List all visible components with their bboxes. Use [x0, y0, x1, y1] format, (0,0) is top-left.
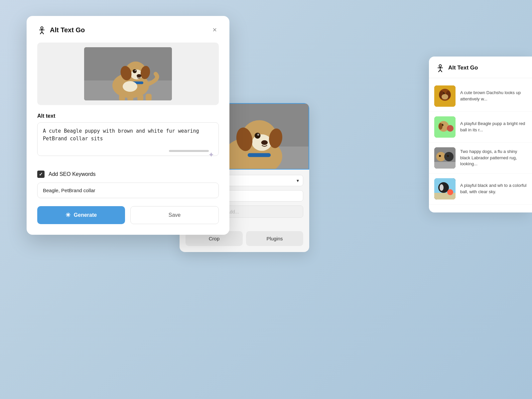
- history-item-1[interactable]: A playful Beagle pupp a bright red ball …: [429, 112, 532, 143]
- check-mark: ✓: [39, 172, 43, 177]
- close-button[interactable]: ×: [210, 26, 219, 34]
- history-list: A cute brown Dachshu looks up attentivel…: [429, 78, 532, 207]
- svg-point-57: [440, 184, 444, 191]
- svg-point-12: [133, 69, 137, 73]
- svg-point-13: [135, 70, 136, 71]
- svg-point-58: [447, 189, 453, 195]
- history-item-2[interactable]: Two happy dogs, a flu a shiny black Labr…: [429, 143, 532, 174]
- history-thumb-0: [434, 85, 456, 107]
- modal-header: Alt Text Go ×: [37, 25, 219, 35]
- svg-point-20: [123, 81, 137, 92]
- svg-point-42: [442, 94, 448, 99]
- history-text-0: A cute brown Dachshu looks up attentivel…: [460, 90, 527, 102]
- svg-point-14: [137, 74, 141, 77]
- image-preview-container: [37, 43, 219, 105]
- history-text-2: Two happy dogs, a flu a shiny black Labr…: [460, 149, 527, 168]
- plugins-button[interactable]: Plugins: [246, 231, 303, 246]
- image-preview: [84, 47, 172, 100]
- svg-point-52: [439, 155, 441, 157]
- svg-point-53: [447, 155, 449, 157]
- svg-rect-17: [127, 94, 133, 100]
- history-item-3[interactable]: A playful black and wh to a colorful bal…: [429, 174, 532, 204]
- svg-rect-19: [146, 94, 152, 100]
- seo-keywords-input[interactable]: [37, 183, 219, 198]
- svg-point-29: [257, 134, 259, 136]
- history-text-3: A playful black and wh to a colorful bal…: [460, 183, 527, 195]
- svg-point-28: [255, 133, 261, 139]
- svg-point-51: [444, 152, 454, 161]
- history-item-0[interactable]: A cute brown Dachshu looks up attentivel…: [429, 81, 532, 112]
- right-panel: Alt Text Go A cute brown Dachshu looks u…: [429, 57, 532, 212]
- seo-checkbox[interactable]: ✓: [37, 171, 45, 178]
- history-text-1: A playful Beagle pupp a bright red ball …: [460, 121, 527, 133]
- svg-point-0: [41, 27, 43, 29]
- beagle-image: [84, 47, 172, 100]
- history-thumb-2: [434, 147, 456, 169]
- history-thumb-1: [434, 116, 456, 138]
- save-button[interactable]: Save: [130, 206, 219, 224]
- modal-title: Alt Text Go: [50, 26, 85, 34]
- generate-button[interactable]: ✳ Generate: [37, 206, 125, 224]
- scrollbar-hint: [169, 150, 209, 152]
- svg-rect-49: [434, 162, 456, 169]
- svg-rect-16: [119, 94, 125, 100]
- sparkle-icon: ✦: [208, 151, 214, 159]
- seo-checkbox-row: ✓ Add SEO Keywords: [37, 171, 219, 178]
- main-modal: Alt Text Go ×: [27, 16, 229, 235]
- action-buttons: ✳ Generate Save: [37, 206, 219, 224]
- loading-icon: ✳: [66, 211, 70, 219]
- svg-point-46: [439, 123, 443, 130]
- right-title: Alt Text Go: [448, 65, 478, 71]
- svg-line-4: [42, 32, 44, 34]
- alt-text-wrapper: A cute Beagle puppy with brown and white…: [37, 122, 219, 164]
- svg-line-35: [439, 70, 440, 72]
- svg-point-47: [447, 125, 454, 132]
- svg-rect-31: [248, 153, 271, 157]
- svg-point-30: [261, 140, 268, 145]
- svg-line-36: [440, 70, 442, 72]
- right-header: Alt Text Go: [429, 57, 532, 78]
- title-group: Alt Text Go: [37, 25, 85, 35]
- alt-text-label: Alt text: [37, 113, 219, 119]
- svg-rect-18: [137, 94, 143, 100]
- generate-label: Generate: [74, 212, 97, 218]
- app-icon: [37, 25, 47, 35]
- svg-point-50: [436, 152, 446, 161]
- svg-line-3: [40, 32, 42, 34]
- svg-point-32: [439, 65, 442, 67]
- history-thumb-3: [434, 178, 456, 200]
- seo-label: Add SEO Keywords: [49, 171, 95, 177]
- right-app-icon: [436, 63, 445, 72]
- chevron-down-icon: ▾: [297, 178, 299, 183]
